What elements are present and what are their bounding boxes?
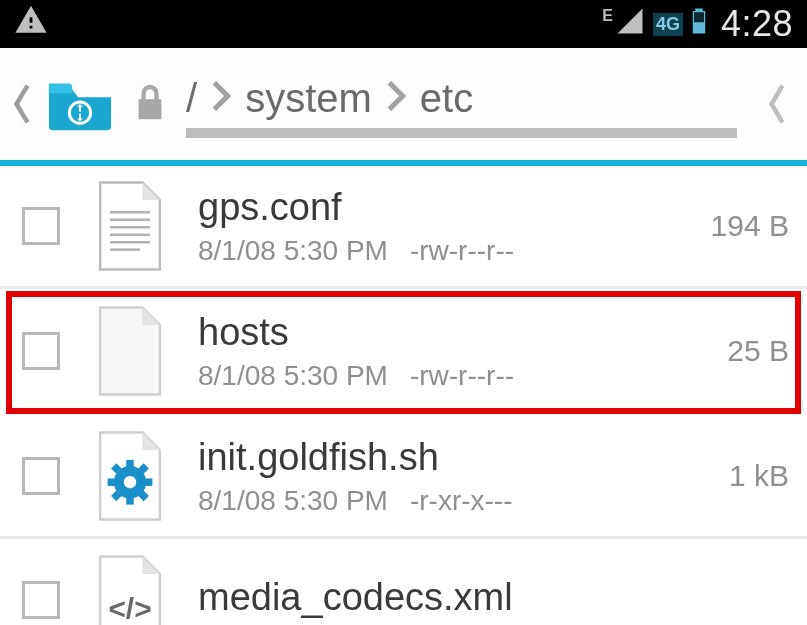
- chevron-right-icon: [211, 75, 231, 122]
- file-row[interactable]: hosts 8/1/08 5:30 PM -rw-r--r-- 25 B: [6, 291, 801, 414]
- breadcrumb-root[interactable]: /: [186, 76, 197, 121]
- file-name: hosts: [198, 311, 715, 354]
- breadcrumb-segment-system[interactable]: system: [245, 76, 372, 121]
- file-date: 8/1/08 5:30 PM: [198, 235, 388, 267]
- text-file-icon: [90, 180, 170, 272]
- file-size: 194 B: [711, 209, 789, 243]
- svg-rect-12: [142, 478, 152, 485]
- file-perms: -rw-r--r--: [410, 235, 514, 267]
- signal-icon: [615, 5, 645, 44]
- network-type-indicator: E: [602, 7, 613, 25]
- file-size: 1 kB: [729, 459, 789, 493]
- home-folder-button[interactable]: [44, 74, 116, 134]
- breadcrumb-segment-etc[interactable]: etc: [420, 76, 473, 121]
- file-name: media_codecs.xml: [198, 576, 789, 619]
- file-size: 25 B: [727, 334, 789, 368]
- warning-icon: [14, 6, 48, 44]
- file-checkbox[interactable]: [22, 581, 60, 619]
- file-list: gps.conf 8/1/08 5:30 PM -rw-r--r-- 194 B…: [0, 166, 807, 625]
- file-checkbox[interactable]: [22, 207, 60, 245]
- data-indicator: 4G: [653, 13, 683, 36]
- breadcrumb[interactable]: / system etc: [186, 70, 737, 138]
- file-date: 8/1/08 5:30 PM: [198, 360, 388, 392]
- code-file-icon: </>: [90, 554, 170, 625]
- path-toolbar: / system etc: [0, 48, 807, 160]
- script-file-icon: [90, 430, 170, 522]
- svg-rect-9: [126, 460, 133, 470]
- lock-icon: [132, 82, 172, 126]
- clock: 4:28: [721, 3, 793, 45]
- file-checkbox[interactable]: [22, 457, 60, 495]
- file-row[interactable]: init.goldfish.sh 8/1/08 5:30 PM -r-xr-x-…: [0, 416, 807, 539]
- file-perms: -rw-r--r--: [410, 360, 514, 392]
- svg-rect-10: [126, 495, 133, 505]
- svg-point-17: [124, 476, 136, 488]
- file-name: gps.conf: [198, 186, 699, 229]
- file-date: 8/1/08 5:30 PM: [198, 485, 388, 517]
- file-row[interactable]: </> media_codecs.xml: [0, 539, 807, 625]
- forward-button[interactable]: [757, 82, 797, 126]
- svg-text:</>: </>: [108, 592, 151, 625]
- svg-rect-11: [108, 478, 118, 485]
- file-row[interactable]: gps.conf 8/1/08 5:30 PM -rw-r--r-- 194 B: [0, 166, 807, 289]
- file-name: init.goldfish.sh: [198, 436, 717, 479]
- file-checkbox[interactable]: [22, 332, 60, 370]
- android-status-bar: E 4G 4:28: [0, 0, 807, 48]
- blank-file-icon: [90, 305, 170, 397]
- svg-rect-0: [694, 12, 704, 22]
- file-perms: -r-xr-x---: [410, 485, 513, 517]
- chevron-right-icon: [386, 75, 406, 122]
- back-button[interactable]: [10, 82, 34, 126]
- battery-icon: [689, 5, 709, 44]
